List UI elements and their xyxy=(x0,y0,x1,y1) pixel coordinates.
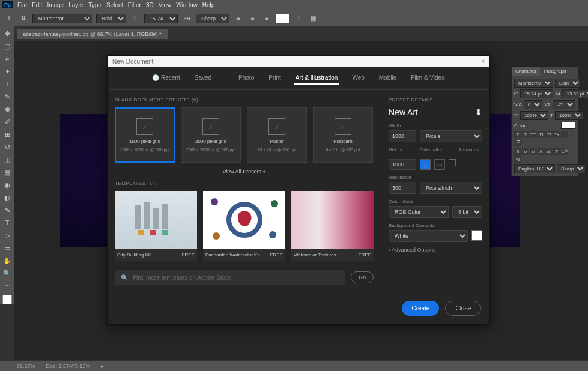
eyedropper-tool[interactable]: ✎ xyxy=(1,91,13,103)
antialias-select[interactable]: Sharp xyxy=(196,14,229,23)
char-color-swatch[interactable] xyxy=(561,122,575,129)
char-vscale-select[interactable]: 100% xyxy=(520,111,548,120)
char-hscale-select[interactable]: 100% xyxy=(555,111,583,120)
stamp-tool[interactable]: ⊞ xyxy=(1,128,13,140)
allcaps-btn[interactable]: TT xyxy=(530,131,537,138)
align-right-icon[interactable]: ≡ xyxy=(262,13,273,24)
menu-view[interactable]: View xyxy=(159,2,172,8)
create-button[interactable]: Create xyxy=(402,301,439,316)
italic-btn[interactable]: T xyxy=(522,131,529,138)
tab-print[interactable]: Print xyxy=(267,72,282,85)
superscript-btn[interactable]: T¹ xyxy=(545,131,553,138)
crop-tool[interactable]: ⟂ xyxy=(1,78,13,90)
height-input[interactable] xyxy=(389,159,416,170)
font-weight-select[interactable]: Bold xyxy=(96,14,126,23)
ot-half[interactable]: ½ xyxy=(514,155,521,163)
zoom-tool[interactable]: 🔍 xyxy=(1,267,13,279)
align-left-icon[interactable]: ≡ xyxy=(233,13,244,24)
orientation-portrait[interactable]: ▯ xyxy=(420,159,431,170)
preset-1000-grid[interactable]: ⟋ 1000 pixel grid 1000 x 1000 px @ 300 p… xyxy=(115,107,175,163)
foreground-color[interactable] xyxy=(2,295,12,304)
bold-btn[interactable]: T xyxy=(514,131,521,138)
char-kerning-select[interactable]: 0 xyxy=(524,100,542,109)
tab-saved[interactable]: Saved xyxy=(193,72,213,85)
background-color-swatch[interactable] xyxy=(471,230,482,241)
font-family-select[interactable]: Montserrat xyxy=(32,14,92,23)
move-tool[interactable]: ✥ xyxy=(1,28,13,40)
advanced-options-toggle[interactable]: › Advanced Options xyxy=(389,247,482,253)
zoom-level[interactable]: 66.67% xyxy=(17,363,35,369)
panel-toggle-icon[interactable]: ▦ xyxy=(308,13,318,24)
shape-tool[interactable]: ▭ xyxy=(1,242,13,254)
template-search[interactable]: 🔍 Find more templates on Adobe Stock xyxy=(115,270,345,285)
underline-btn[interactable]: T̲ xyxy=(561,131,568,138)
char-leading-select[interactable]: 13.52 pt xyxy=(562,89,588,98)
units-select[interactable]: Pixels xyxy=(420,130,482,142)
eraser-tool[interactable]: ◫ xyxy=(1,154,13,166)
path-tool[interactable]: ▷ xyxy=(1,229,13,241)
edit-toolbar[interactable]: ⋯ xyxy=(1,280,13,292)
menu-layer[interactable]: Layer xyxy=(68,2,83,8)
marquee-tool[interactable]: ▢ xyxy=(1,40,13,52)
ot-sigma[interactable]: σ xyxy=(522,148,529,155)
menu-window[interactable]: Window xyxy=(176,2,198,8)
menu-type[interactable]: Type xyxy=(88,2,102,8)
tab-recent[interactable]: 🕓 Recent xyxy=(151,72,181,85)
menu-image[interactable]: Image xyxy=(47,2,64,8)
smallcaps-btn[interactable]: Tt xyxy=(538,131,545,138)
tab-photo[interactable]: Photo xyxy=(237,72,255,85)
ot-a[interactable]: A xyxy=(538,148,545,155)
char-weight-select[interactable]: Bold xyxy=(555,79,581,88)
orientation-landscape[interactable]: ▭ xyxy=(434,159,445,170)
tab-web[interactable]: Web xyxy=(351,72,365,85)
subscript-btn[interactable]: T₁ xyxy=(553,131,560,138)
colormode-select[interactable]: RGB Color xyxy=(389,206,449,218)
gradient-tool[interactable]: ▤ xyxy=(1,166,13,178)
char-aa-select[interactable]: Sharp xyxy=(557,164,586,173)
view-all-presets[interactable]: View All Presets + xyxy=(115,169,374,175)
type-tool[interactable]: T xyxy=(1,217,13,229)
align-center-icon[interactable]: ≡ xyxy=(247,13,258,24)
template-city-building[interactable]: City Building KitFREE xyxy=(115,191,197,261)
ot-fi[interactable]: fi xyxy=(514,148,521,155)
ot-ad[interactable]: ad xyxy=(545,148,553,155)
preset-2000-grid[interactable]: ⟋ 2000 pixel grid 2000 x 2000 px @ 300 p… xyxy=(181,107,241,163)
preset-poster[interactable]: ⟋ Poster 18 x 24 in @ 300 ppi xyxy=(247,107,307,163)
hand-tool[interactable]: ✋ xyxy=(1,255,13,267)
background-select[interactable]: White xyxy=(389,230,468,242)
template-watercolor-textures[interactable]: Watercolor TexturesFREE xyxy=(291,191,374,261)
menu-select[interactable]: Select xyxy=(106,2,123,8)
heal-tool[interactable]: ⊕ xyxy=(1,103,13,115)
history-brush-tool[interactable]: ↺ xyxy=(1,141,13,153)
menu-3d[interactable]: 3D xyxy=(146,2,154,8)
brush-tool[interactable]: ✐ xyxy=(1,116,13,128)
tab-character[interactable]: Character xyxy=(512,67,540,76)
width-input[interactable] xyxy=(389,130,416,142)
char-font-select[interactable]: Montserrat xyxy=(514,79,553,88)
preset-postcard[interactable]: ⟋ Postcard 4 x 6 in @ 300 ppi xyxy=(313,107,373,163)
ot-t[interactable]: T xyxy=(553,148,560,155)
menu-edit[interactable]: Edit xyxy=(32,2,42,8)
tab-art-illustration[interactable]: Art & Illustration xyxy=(294,72,339,85)
text-color-swatch[interactable] xyxy=(276,14,289,23)
menu-filter[interactable]: Filter xyxy=(128,2,141,8)
preset-name-field[interactable]: New Art xyxy=(389,107,418,117)
lasso-tool[interactable]: ⌗ xyxy=(1,53,13,65)
template-watercolor-kit[interactable]: Enchanted Watercolor KitFREE xyxy=(203,191,285,261)
ot-st[interactable]: st xyxy=(530,148,537,155)
close-button[interactable]: Close xyxy=(445,301,481,316)
doc-info[interactable]: Doc: 2.57M/5.15M xyxy=(46,363,91,369)
tab-paragraph[interactable]: Paragraph xyxy=(540,67,569,76)
orientation-toggle-icon[interactable]: ⇅ xyxy=(18,13,29,24)
font-size-select[interactable]: 15.74 pt xyxy=(144,14,178,23)
pen-tool[interactable]: ✎ xyxy=(1,204,13,216)
bitdepth-select[interactable]: 8 bit xyxy=(452,206,482,218)
char-size-select[interactable]: 15.74 pt xyxy=(520,89,553,98)
document-tab[interactable]: abstract-fantasy-portrait.jpg @ 66.7% (L… xyxy=(17,29,168,39)
status-arrow-icon[interactable]: ▸ xyxy=(101,363,104,369)
artboards-checkbox[interactable] xyxy=(449,159,456,166)
warp-text-icon[interactable]: ⌇ xyxy=(293,13,304,24)
menu-help[interactable]: Help xyxy=(202,2,215,8)
ot-1st[interactable]: 1ˢᵗ xyxy=(561,148,568,155)
tab-mobile[interactable]: Mobile xyxy=(378,72,398,85)
